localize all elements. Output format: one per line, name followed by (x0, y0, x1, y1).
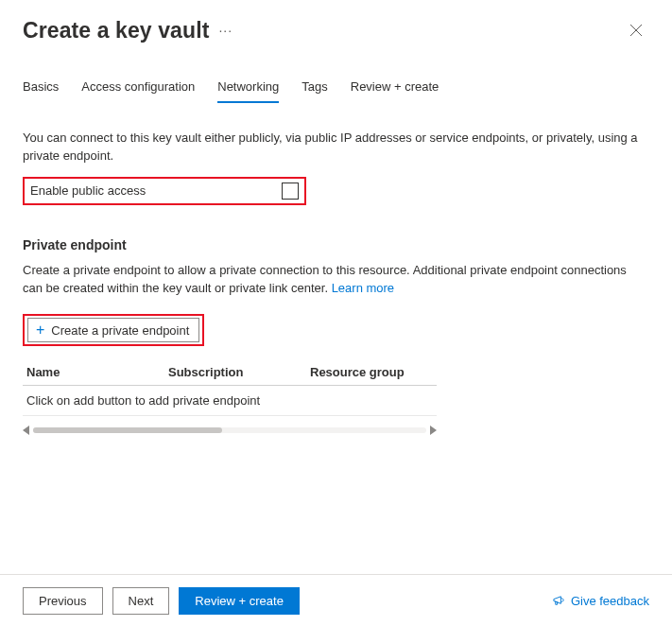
page-title: Create a key vault (23, 18, 209, 43)
enable-public-access-row: Enable public access (23, 177, 306, 205)
private-endpoint-heading: Private endpoint (23, 237, 649, 252)
create-private-endpoint-label: Create a private endpoint (51, 323, 189, 338)
networking-content: You can connect to this key vault either… (0, 103, 672, 437)
table-empty-message: Click on add button to add private endpo… (23, 386, 437, 416)
review-create-button[interactable]: Review + create (179, 587, 300, 615)
col-resource-group: Resource group (306, 359, 437, 386)
create-private-endpoint-button[interactable]: + Create a private endpoint (27, 318, 199, 342)
footer-bar: Previous Next Review + create Give feedb… (0, 575, 672, 626)
give-feedback-link[interactable]: Give feedback (552, 594, 649, 608)
scroll-right-icon (430, 426, 437, 435)
tab-review-create[interactable]: Review + create (351, 79, 439, 103)
megaphone-icon (552, 594, 566, 608)
learn-more-link[interactable]: Learn more (332, 281, 394, 295)
table-empty-row: Click on add button to add private endpo… (23, 386, 437, 416)
tab-basics[interactable]: Basics (23, 79, 59, 103)
networking-intro-text: You can connect to this key vault either… (23, 130, 649, 165)
plus-icon: + (36, 322, 44, 338)
tab-tags[interactable]: Tags (302, 79, 327, 103)
close-icon (629, 24, 643, 37)
more-actions-button[interactable]: ··· (218, 24, 233, 37)
tab-access-configuration[interactable]: Access configuration (81, 79, 195, 103)
give-feedback-label: Give feedback (571, 594, 649, 608)
table-header-row: Name Subscription Resource group (23, 359, 437, 386)
enable-public-access-checkbox[interactable] (282, 183, 299, 200)
private-endpoint-description-text: Create a private endpoint to allow a pri… (23, 263, 627, 295)
previous-button[interactable]: Previous (23, 587, 103, 615)
scroll-thumb[interactable] (33, 427, 222, 433)
col-name: Name (23, 359, 164, 386)
scroll-track (33, 427, 426, 433)
private-endpoint-table: Name Subscription Resource group Click o… (23, 359, 437, 416)
enable-public-access-label: Enable public access (30, 183, 146, 198)
next-button[interactable]: Next (112, 587, 170, 615)
tabs-bar: Basics Access configuration Networking T… (0, 43, 672, 103)
scroll-left-icon (23, 426, 29, 435)
col-subscription: Subscription (164, 359, 306, 386)
private-endpoint-description: Create a private endpoint to allow a pri… (23, 262, 649, 298)
create-private-endpoint-highlight: + Create a private endpoint (23, 314, 204, 346)
close-button[interactable] (623, 17, 649, 43)
tab-networking[interactable]: Networking (217, 79, 279, 103)
blade-header: Create a key vault ··· (0, 0, 672, 43)
horizontal-scrollbar[interactable] (23, 424, 437, 437)
